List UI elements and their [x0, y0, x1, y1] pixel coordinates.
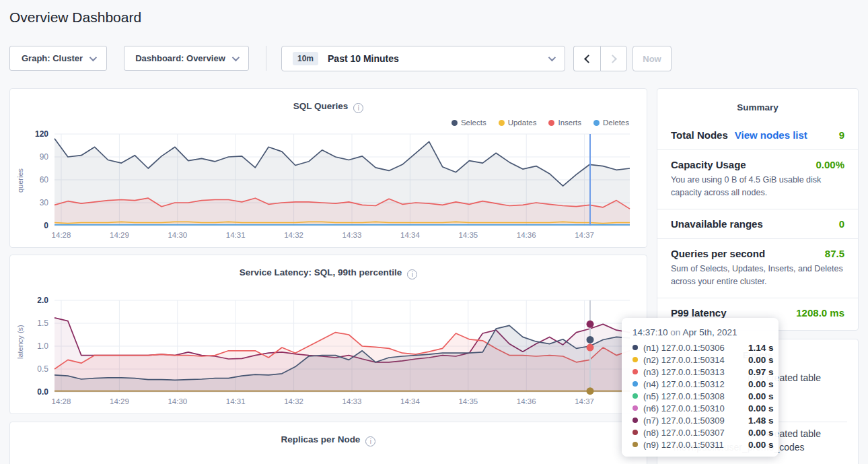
x-tick-label: 14:35 [458, 231, 478, 239]
series-dot-icon [593, 120, 600, 126]
series-dot-icon [548, 120, 554, 126]
series-dot-icon [632, 405, 638, 411]
time-pager [573, 46, 627, 71]
hover-point-dot [587, 321, 594, 328]
series-dot-icon [632, 393, 638, 399]
y-tick-label: 1.5 [37, 319, 48, 328]
metric-label: Unavailable ranges [671, 218, 763, 230]
chart-plot[interactable]: 14:2814:2914:3014:3114:3214:3314:3414:35… [24, 296, 637, 411]
summary-metric-row: Total NodesView nodes list9 [657, 121, 858, 150]
chart-plot[interactable]: 14:2814:2914:3014:3114:3214:3314:3414:35… [24, 129, 637, 245]
sql-queries-chart[interactable]: 14:2814:2914:3014:3114:3214:3314:3414:35… [24, 129, 637, 245]
metric-value: 87.5 [825, 248, 844, 259]
summary-title: Summary [657, 89, 858, 112]
x-tick-label: 14:34 [400, 231, 420, 239]
chevron-down-icon [548, 54, 556, 61]
tooltip-node-label: (n1) 127.0.0.1:50306 [643, 343, 743, 353]
tooltip-node-label: (n8) 127.0.0.1:50307 [643, 428, 743, 438]
series-dot-icon [632, 345, 638, 350]
page-title: Overview Dashboard [9, 9, 141, 26]
x-tick-label: 14:30 [168, 231, 187, 239]
tooltip-node-value: 0.00 s [748, 403, 774, 413]
time-range-badge: 10m [293, 52, 318, 65]
info-icon[interactable]: i [407, 269, 417, 279]
view-nodes-list-link[interactable]: View nodes list [735, 129, 807, 141]
chart-title-text: SQL Queries [293, 101, 349, 111]
x-tick-label: 14:31 [226, 397, 246, 405]
tooltip-node-row: (n2) 127.0.0.1:503140.00 s [632, 354, 779, 366]
series-dot-icon [632, 357, 638, 362]
legend-item[interactable]: Selects [451, 119, 486, 127]
y-tick-label: 120 [35, 129, 48, 139]
time-prev-button[interactable] [573, 46, 600, 71]
tooltip-node-row: (n7) 127.0.0.1:503091.48 s [632, 414, 779, 426]
tooltip-node-value: 0.00 s [748, 355, 774, 365]
graph-scope-dropdown[interactable]: Graph: Cluster [9, 46, 107, 71]
x-tick-label: 14:37 [575, 397, 594, 405]
tooltip-node-label: (n3) 127.0.0.1:50313 [643, 367, 743, 377]
tooltip-node-value: 1.14 s [748, 343, 774, 353]
x-tick-label: 14:33 [342, 397, 362, 405]
legend-item[interactable]: Updates [499, 119, 537, 127]
y-tick-label: 1.0 [37, 341, 48, 351]
chart-hover-tooltip: 14:37:10 on Apr 5th, 2021 (n1) 127.0.0.1… [622, 318, 779, 457]
x-tick-label: 14:31 [226, 231, 246, 239]
x-tick-label: 14:28 [52, 231, 71, 239]
toolbar-divider [266, 46, 266, 71]
chart-legend: SelectsUpdatesInsertsDeletes [451, 119, 629, 127]
x-tick-label: 14:29 [110, 397, 129, 405]
series-dot-icon [632, 369, 638, 374]
tooltip-rows: (n1) 127.0.0.1:503061.14 s(n2) 127.0.0.1… [632, 341, 779, 451]
y-tick-label: 30 [40, 198, 49, 207]
metric-value: 9 [839, 129, 844, 141]
legend-label: Selects [461, 119, 486, 127]
tooltip-node-row: (n6) 127.0.0.1:503100.00 s [632, 402, 779, 414]
now-button[interactable]: Now [632, 46, 672, 71]
metric-label: P99 latency [671, 307, 727, 319]
tooltip-node-row: (n4) 127.0.0.1:503120.00 s [632, 378, 779, 390]
sql-queries-chart-card: SQL Queriesi SelectsUpdatesInsertsDelete… [9, 88, 647, 248]
chart-title-text: Replicas per Node [281, 434, 361, 444]
series-dot-icon [632, 430, 638, 435]
tooltip-node-label: (n6) 127.0.0.1:50310 [643, 403, 743, 413]
x-tick-label: 14:34 [400, 397, 420, 405]
summary-metric-row: Unavailable ranges0 [657, 209, 858, 239]
tooltip-node-row: (n3) 127.0.0.1:503130.97 s [632, 366, 779, 378]
metric-label: Capacity Usage [671, 159, 746, 170]
y-tick-label: 60 [40, 175, 49, 185]
chart-title: Replicas per Nodei [10, 434, 647, 446]
x-tick-label: 14:32 [284, 231, 303, 239]
chevron-right-icon [608, 55, 617, 63]
tooltip-node-row: (n9) 127.0.0.1:503110.00 s [632, 438, 779, 451]
chevron-down-icon [232, 53, 240, 61]
dashboard-dropdown[interactable]: Dashboard: Overview [124, 46, 249, 71]
tooltip-date: Apr 5th, 2021 [682, 327, 737, 337]
legend-item[interactable]: Inserts [548, 119, 581, 127]
hover-point-dot [587, 387, 594, 395]
metric-description: Sum of Selects, Updates, Inserts, and De… [671, 263, 844, 289]
tooltip-node-label: (n9) 127.0.0.1:50311 [643, 440, 743, 450]
tooltip-node-row: (n1) 127.0.0.1:503061.14 s [632, 341, 779, 354]
metric-value: 1208.0 ms [796, 307, 844, 319]
hover-point-dot [587, 336, 594, 343]
x-tick-label: 14:29 [110, 231, 129, 239]
time-range-dropdown[interactable]: 10m Past 10 Minutes [281, 46, 565, 71]
x-tick-label: 14:37 [575, 231, 594, 239]
service-latency-chart-card: Service Latency: SQL, 99th percentilei l… [9, 255, 647, 414]
info-icon[interactable]: i [353, 103, 363, 113]
tooltip-timestamp: 14:37:10 on Apr 5th, 2021 [632, 327, 779, 337]
info-icon[interactable]: i [365, 436, 375, 446]
x-tick-label: 14:36 [517, 397, 536, 405]
metric-value: 0 [839, 218, 844, 230]
tooltip-on-text: on [670, 327, 680, 337]
tooltip-node-label: (n2) 127.0.0.1:50314 [643, 355, 743, 365]
tooltip-node-value: 1.48 s [748, 416, 774, 426]
replicas-per-node-chart-card: Replicas per Nodei [9, 422, 647, 464]
y-tick-label: 2.0 [37, 296, 48, 305]
x-tick-label: 14:28 [52, 397, 71, 405]
legend-label: Inserts [558, 119, 581, 127]
time-next-button[interactable] [600, 46, 627, 71]
tooltip-node-value: 0.00 s [748, 440, 774, 450]
service-latency-chart[interactable]: 14:2814:2914:3014:3114:3214:3314:3414:35… [24, 296, 637, 411]
legend-item[interactable]: Deletes [593, 119, 629, 127]
